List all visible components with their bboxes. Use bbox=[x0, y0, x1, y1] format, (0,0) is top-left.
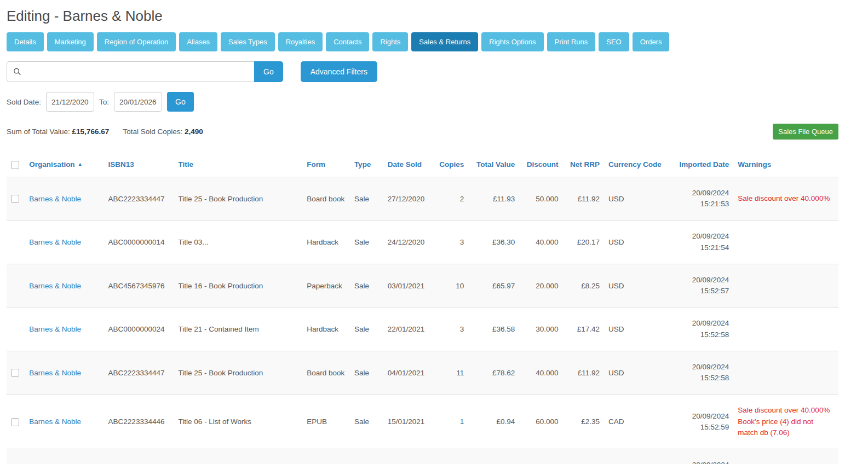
currency-code-cell: USD bbox=[608, 238, 624, 246]
search-group: Go bbox=[7, 61, 283, 82]
copies-cell: 2 bbox=[460, 195, 464, 203]
column-header-date-sold[interactable]: Date Sold bbox=[383, 153, 433, 177]
organisation-link[interactable]: Barnes & Noble bbox=[29, 417, 81, 426]
tab-royalties[interactable]: Royalties bbox=[278, 32, 323, 51]
table-row: Barnes & NobleABC0000000014Title 03...Ha… bbox=[7, 221, 838, 264]
table-row: Barnes & NobleABC4567345976Title 16 - Bo… bbox=[7, 264, 838, 308]
column-header-form[interactable]: Form bbox=[302, 153, 350, 177]
page-title: Editing - Barnes & Noble bbox=[7, 8, 838, 25]
sold-date-row: Sold Date: To: Go bbox=[7, 92, 838, 112]
sold-copies: 2,490 bbox=[185, 127, 203, 136]
sold-date-label: Sold Date: bbox=[7, 98, 41, 106]
discount-cell: 60.000 bbox=[536, 417, 558, 426]
sold-date-to-input[interactable] bbox=[114, 92, 162, 112]
column-header-warnings[interactable]: Warnings bbox=[733, 153, 838, 177]
tab-sales-types[interactable]: Sales Types bbox=[221, 32, 275, 51]
row-checkbox[interactable] bbox=[11, 195, 19, 203]
imported-date: 20/09/2024 bbox=[675, 318, 729, 329]
imported-time: 15:21:53 bbox=[675, 199, 729, 210]
tab-print-runs[interactable]: Print Runs bbox=[547, 32, 596, 51]
select-all-checkbox[interactable] bbox=[11, 161, 19, 169]
organisation-link[interactable]: Barnes & Noble bbox=[29, 195, 81, 203]
copies-cell: 3 bbox=[460, 238, 464, 246]
form-cell: Board book bbox=[307, 369, 344, 377]
organisation-link[interactable]: Barnes & Noble bbox=[29, 238, 81, 246]
row-checkbox[interactable] bbox=[11, 418, 19, 426]
advanced-filters-button[interactable]: Advanced Filters bbox=[301, 61, 377, 82]
imported-date: 20/09/2024 bbox=[675, 362, 729, 373]
form-cell: Board book bbox=[307, 195, 344, 203]
search-input[interactable] bbox=[7, 61, 254, 82]
currency-code-cell: USD bbox=[608, 282, 624, 290]
column-header-currency-code[interactable]: Currency Code bbox=[604, 153, 670, 177]
sales-file-queue-button[interactable]: Sales File Queue bbox=[773, 124, 838, 140]
tab-sales-returns[interactable]: Sales & Returns bbox=[411, 32, 478, 51]
title-cell: Title 06 - List of Works bbox=[179, 417, 252, 426]
column-header-imported-date[interactable]: Imported Date bbox=[670, 153, 733, 177]
table-row: Barnes & NobleABC0000000024Title 21 - Co… bbox=[7, 308, 838, 351]
search-go-button[interactable]: Go bbox=[254, 61, 283, 82]
summary-row: Sum of Total Value: £15,766.67 Total Sol… bbox=[7, 124, 838, 140]
sold-date-from-input[interactable] bbox=[46, 92, 94, 112]
type-cell: Sale bbox=[354, 369, 369, 377]
date-go-button[interactable]: Go bbox=[167, 92, 194, 112]
table-header-row: Organisation▲ ISBN13 Title Form Type Dat… bbox=[7, 153, 838, 177]
sales-table: Organisation▲ ISBN13 Title Form Type Dat… bbox=[7, 153, 838, 464]
date-sold-cell: 27/12/2020 bbox=[388, 195, 425, 203]
tab-orders[interactable]: Orders bbox=[633, 32, 670, 51]
discount-cell: 30.000 bbox=[536, 325, 558, 333]
total-value-cell: £0.94 bbox=[496, 417, 515, 426]
imported-time: 15:52:57 bbox=[675, 286, 729, 297]
isbn13-cell: ABC2223334446 bbox=[108, 417, 165, 426]
imported-date: 20/09/2024 bbox=[675, 411, 729, 422]
column-header-title[interactable]: Title bbox=[174, 153, 303, 177]
date-sold-cell: 03/01/2021 bbox=[388, 282, 425, 290]
tab-details[interactable]: Details bbox=[7, 32, 44, 51]
organisation-link[interactable]: Barnes & Noble bbox=[29, 282, 81, 290]
column-header-net-rrp[interactable]: Net RRP bbox=[563, 153, 604, 177]
currency-code-cell: USD bbox=[608, 369, 624, 377]
tab-rights-options[interactable]: Rights Options bbox=[481, 32, 543, 51]
net-rrp-cell: £11.92 bbox=[578, 195, 600, 203]
column-header-organisation[interactable]: Organisation▲ bbox=[25, 153, 104, 177]
imported-date: 20/09/2024 bbox=[675, 275, 729, 286]
tab-seo[interactable]: SEO bbox=[599, 32, 629, 51]
organisation-link[interactable]: Barnes & Noble bbox=[29, 369, 81, 377]
sold-copies-label: Total Sold Copies: bbox=[123, 127, 182, 136]
date-sold-cell: 04/01/2021 bbox=[388, 369, 425, 377]
isbn13-cell: ABC0000000024 bbox=[108, 325, 165, 333]
column-header-isbn13[interactable]: ISBN13 bbox=[104, 153, 174, 177]
page-container: Editing - Barnes & Noble DetailsMarketin… bbox=[0, 0, 868, 464]
currency-code-cell: USD bbox=[608, 195, 624, 203]
currency-code-cell: USD bbox=[608, 325, 624, 333]
organisation-link[interactable]: Barnes & Noble bbox=[29, 325, 81, 333]
tab-contacts[interactable]: Contacts bbox=[326, 32, 369, 51]
tab-rights[interactable]: Rights bbox=[372, 32, 408, 51]
type-cell: Sale bbox=[354, 238, 369, 246]
table-row: Barnes & NobleABC2223334447Title 25 - Bo… bbox=[7, 177, 838, 221]
column-header-type[interactable]: Type bbox=[350, 153, 383, 177]
tab-region-of-operation[interactable]: Region of Operation bbox=[97, 32, 176, 51]
table-row: Barnes & NobleABC2223334446Title 06 - Li… bbox=[7, 395, 838, 449]
tab-marketing[interactable]: Marketing bbox=[47, 32, 94, 51]
type-cell: Sale bbox=[354, 417, 369, 426]
title-cell: Title 03... bbox=[179, 238, 209, 246]
title-cell: Title 21 - Contained Item bbox=[179, 325, 259, 333]
form-cell: Hardback bbox=[307, 325, 338, 333]
date-sold-cell: 24/12/2020 bbox=[388, 238, 425, 246]
form-cell: Hardback bbox=[307, 238, 338, 246]
column-header-copies[interactable]: Copies bbox=[433, 153, 469, 177]
row-checkbox[interactable] bbox=[11, 369, 19, 377]
title-cell: Title 25 - Book Production bbox=[179, 369, 263, 377]
imported-date: 20/09/2024 bbox=[675, 188, 729, 199]
date-sold-cell: 22/01/2021 bbox=[388, 325, 425, 333]
imported-time: 15:52:58 bbox=[675, 329, 729, 340]
copies-cell: 1 bbox=[460, 417, 464, 426]
search-filter-row: Go Advanced Filters bbox=[7, 61, 838, 82]
column-header-total-value[interactable]: Total Value bbox=[468, 153, 519, 177]
tab-bar: DetailsMarketingRegion of OperationAlias… bbox=[7, 32, 838, 51]
tab-aliases[interactable]: Aliases bbox=[179, 32, 217, 51]
warning-text: Sale discount over 40.000% bbox=[738, 193, 834, 204]
column-header-discount[interactable]: Discount bbox=[519, 153, 562, 177]
type-cell: Sale bbox=[354, 195, 369, 203]
